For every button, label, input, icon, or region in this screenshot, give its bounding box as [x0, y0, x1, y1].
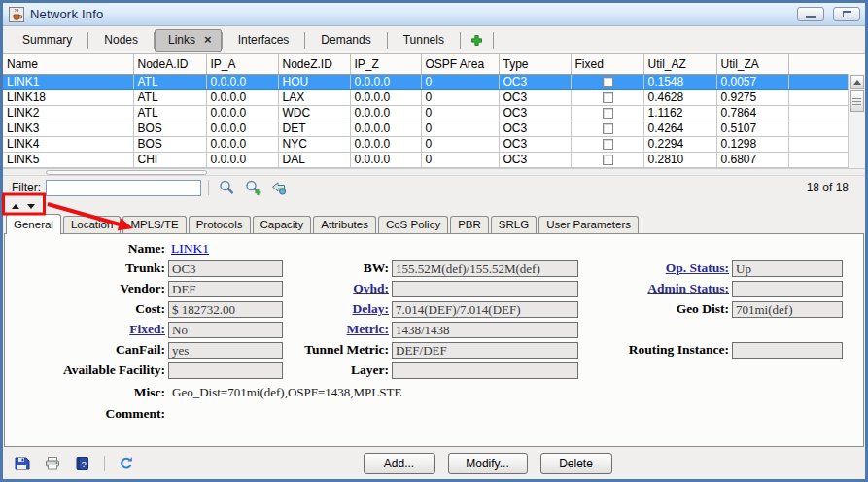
fixed-checkbox[interactable]	[603, 92, 613, 103]
field-label-admin-status[interactable]: Admin Status:	[578, 281, 732, 296]
tab-links[interactable]: Links×	[155, 29, 222, 52]
table-row-link2[interactable]: LINK2ATL0.0.0.0WDC0.0.0.00OC31.11620.786…	[3, 105, 865, 120]
search-add-button[interactable]	[242, 178, 263, 197]
canfail-field[interactable]: yes	[168, 342, 283, 359]
cell-text: 0.1548	[648, 75, 684, 88]
fixed-checkbox[interactable]	[603, 108, 613, 119]
network-info-window: Network Info SummaryNodesLinks×Interface…	[0, 0, 868, 482]
column-header-ospf-area[interactable]: OSPF Area	[421, 54, 499, 74]
cell	[571, 89, 643, 105]
column-header-util-az[interactable]: Util_AZ	[643, 54, 716, 74]
modify-button[interactable]: Modify...	[448, 453, 528, 474]
op-status-field[interactable]: Up	[732, 260, 843, 277]
filter-input[interactable]	[46, 180, 201, 196]
add-button[interactable]: Add...	[364, 453, 435, 474]
search-button[interactable]	[216, 178, 237, 197]
maximize-button[interactable]	[833, 7, 860, 21]
cell: BOS	[133, 136, 206, 152]
column-header-ip-z[interactable]: IP_Z	[350, 54, 421, 74]
trunk-field[interactable]: OC3	[168, 260, 283, 277]
cell-text: ATL	[138, 90, 158, 104]
maximize-icon	[843, 11, 851, 17]
detail-tab-mpls-te[interactable]: MPLS/TE	[122, 216, 186, 233]
cell: OC3	[499, 74, 571, 89]
cell: ATL	[133, 89, 206, 105]
reset-filter-button[interactable]	[268, 178, 290, 197]
detail-tab-cos-policy[interactable]: CoS Policy	[378, 216, 448, 233]
field-label-metric[interactable]: Metric:	[283, 322, 392, 337]
column-header-nodea-id[interactable]: NodeA.ID	[133, 54, 206, 74]
fixed-checkbox[interactable]	[603, 139, 613, 150]
cell-text: 0.4264	[648, 121, 684, 135]
cell-text: 0	[426, 75, 433, 88]
cell: CHI	[133, 152, 206, 167]
detail-tab-user-parameters[interactable]: User Parameters	[538, 216, 639, 233]
layer-field[interactable]	[392, 362, 578, 379]
vertical-scrollbar-thumb[interactable]	[850, 90, 864, 112]
detail-tab-location[interactable]: Location	[63, 216, 121, 233]
detail-tab-pbr[interactable]: PBR	[450, 216, 489, 233]
tab-summary[interactable]: Summary	[7, 28, 87, 52]
column-header-type[interactable]: Type	[499, 54, 571, 74]
collapse-up-icon[interactable]	[12, 204, 19, 209]
table-row-link18[interactable]: LINK18ATL0.0.0.0LAX0.0.0.00OC30.46280.92…	[3, 89, 865, 105]
tab-demands[interactable]: Demands	[305, 28, 386, 52]
ovhd-field[interactable]	[392, 281, 578, 297]
fixed-field[interactable]: No	[168, 322, 283, 338]
tab-label: Nodes	[104, 33, 138, 47]
detail-tab-general[interactable]: General	[6, 214, 61, 234]
column-header-util-za[interactable]: Util_ZA	[716, 54, 788, 74]
cell: 0.1298	[716, 136, 788, 152]
field-label-delay[interactable]: Delay:	[283, 301, 392, 317]
cell-text: 0.7864	[721, 106, 757, 120]
collapse-down-icon[interactable]	[27, 204, 35, 209]
geo-dist-field[interactable]: 701mi(def)	[732, 301, 843, 318]
cell: 0.5107	[716, 120, 788, 136]
field-label-ovhd[interactable]: Ovhd:	[283, 281, 392, 296]
table-row-link1[interactable]: LINK1ATL0.0.0.0HOU0.0.0.00OC30.15480.005…	[3, 74, 865, 89]
table-row-link3[interactable]: LINK3BOS0.0.0.0DET0.0.0.00OC30.42640.510…	[3, 120, 865, 136]
table-row-link5[interactable]: LINK5CHI0.0.0.0DAL0.0.0.00OC30.28100.680…	[3, 152, 865, 167]
delay-field[interactable]: 7.014(DEF)/7.014(DEF)	[392, 301, 578, 318]
column-header-ip-a[interactable]: IP_A	[206, 54, 278, 74]
name-link[interactable]: LINK1	[168, 241, 283, 257]
tab-nodes[interactable]: Nodes	[88, 28, 154, 52]
column-header-fixed[interactable]: Fixed	[571, 54, 643, 74]
delete-button[interactable]: Delete	[540, 453, 612, 474]
detail-tab-capacity[interactable]: Capacity	[253, 216, 312, 233]
field-label-fixed[interactable]: Fixed:	[5, 322, 168, 337]
cell: ATL	[133, 105, 206, 120]
cell-text: ATL	[138, 75, 158, 88]
table-row-link4[interactable]: LINK4BOS0.0.0.0NYC0.0.0.00OC30.22940.129…	[3, 136, 865, 152]
metric-field[interactable]: 1438/1438	[392, 322, 578, 338]
add-tab-icon	[469, 33, 484, 48]
tab-tunnels[interactable]: Tunnels	[388, 28, 460, 52]
tab-interfaces[interactable]: Interfaces	[223, 28, 305, 52]
fixed-checkbox[interactable]	[603, 77, 613, 87]
routing-instance-field[interactable]	[732, 342, 843, 359]
vendor-field[interactable]: DEF	[168, 281, 283, 297]
horizontal-scrollbar-thumb[interactable]	[46, 170, 207, 175]
tunnel-metric-field[interactable]: DEF/DEF	[392, 342, 578, 359]
detail-tab-attributes[interactable]: Attributes	[313, 216, 376, 233]
column-header-nodez-id[interactable]: NodeZ.ID	[278, 54, 350, 74]
bw-field[interactable]: 155.52M(def)/155.52M(def)	[392, 260, 578, 277]
cell: BOS	[133, 120, 206, 136]
close-tab-icon[interactable]: ×	[204, 35, 212, 45]
admin-status-field[interactable]	[732, 281, 843, 297]
column-header-name[interactable]: Name	[3, 54, 133, 74]
cost-field[interactable]: $ 182732.00	[168, 301, 283, 318]
scroll-up-button[interactable]	[850, 75, 864, 89]
fixed-checkbox[interactable]	[603, 155, 613, 165]
cell-text: 0.0.0.0	[355, 75, 391, 88]
add-tab-button[interactable]	[461, 31, 493, 50]
horizontal-scrollbar[interactable]	[3, 169, 865, 176]
cell: 0	[421, 152, 499, 167]
minimize-button[interactable]	[797, 7, 824, 21]
field-label-op-status[interactable]: Op. Status:	[578, 260, 732, 276]
detail-tab-srlg[interactable]: SRLG	[491, 216, 537, 233]
fixed-checkbox[interactable]	[603, 123, 613, 134]
available-facility-field[interactable]	[168, 362, 283, 379]
detail-tab-protocols[interactable]: Protocols	[189, 216, 251, 233]
vertical-scrollbar[interactable]	[848, 74, 865, 168]
